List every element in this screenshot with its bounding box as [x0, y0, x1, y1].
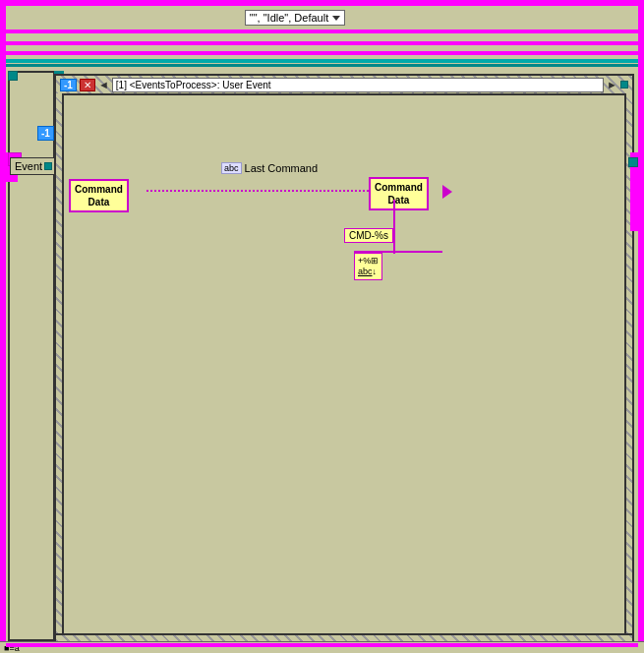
- command-data-right[interactable]: CommandData: [369, 177, 429, 210]
- loop-body: abc Last Command CommandData CommandData…: [64, 95, 624, 633]
- cmd-right-arrow-icon: [442, 185, 452, 199]
- loop-counter-value: -1: [64, 80, 73, 90]
- state-dropdown-area: "", "Idle", Default: [197, 8, 393, 28]
- pink-line-3: [6, 51, 638, 55]
- header-right-teal: [620, 81, 628, 89]
- loop-counter-box: -1: [60, 79, 77, 91]
- wire-vertical-1: [393, 200, 395, 254]
- command-data-left[interactable]: CommandData: [69, 179, 129, 212]
- state-dropdown[interactable]: "", "Idle", Default: [245, 10, 345, 26]
- event-label-box: Event: [10, 157, 57, 175]
- pink-line-1: [6, 30, 638, 33]
- iter-count-value: -1: [41, 128, 50, 139]
- event-teal-connector: [44, 162, 52, 170]
- right-border: [638, 0, 644, 653]
- cmd-data-right-text: CommandData: [375, 182, 423, 206]
- loop-x-icon: ✕: [84, 80, 91, 90]
- format-node[interactable]: +%⊞abc↓: [354, 253, 382, 280]
- last-command-area: abc Last Command: [221, 162, 318, 174]
- events-label: [1] <EventsToProcess>: User Event: [116, 80, 271, 90]
- teal-main-top-left: [8, 71, 18, 81]
- teal-right-mid: [628, 157, 638, 167]
- loop-left-hatch: [54, 93, 64, 633]
- loop-nav-left-icon[interactable]: ◄: [98, 79, 109, 90]
- left-border: [0, 0, 6, 653]
- teal-line-2: [6, 64, 638, 67]
- cmd-percent-label[interactable]: CMD-%s: [344, 228, 393, 243]
- loop-stop-button[interactable]: ✕: [80, 79, 95, 91]
- loop-header-hatch: -1 ✕ ◄ [1] <EventsToProcess>: User Event…: [54, 74, 634, 95]
- loop-nav-right-icon[interactable]: ►: [607, 79, 617, 90]
- cmd-data-left-text: CommandData: [75, 184, 123, 208]
- wire-horizontal-2: [354, 251, 442, 253]
- top-border: [0, 0, 644, 6]
- pink-line-2: [6, 41, 638, 45]
- wire-cmd-horizontal: [146, 190, 373, 192]
- iteration-count: -1: [37, 126, 54, 141]
- teal-line-1: [6, 59, 638, 63]
- cmd-percent-text: CMD-%s: [349, 230, 388, 241]
- format-node-text: +%⊞abc↓: [358, 256, 379, 276]
- events-dropdown[interactable]: [1] <EventsToProcess>: User Event: [112, 78, 604, 92]
- abc-icon: abc: [221, 162, 242, 174]
- last-command-label: Last Command: [245, 162, 319, 174]
- dropdown-arrow-icon: [332, 16, 340, 21]
- event-label-text: Event: [15, 160, 42, 172]
- bottom-pink-line: [6, 643, 638, 647]
- dropdown-label: "", "Idle", Default: [250, 12, 328, 24]
